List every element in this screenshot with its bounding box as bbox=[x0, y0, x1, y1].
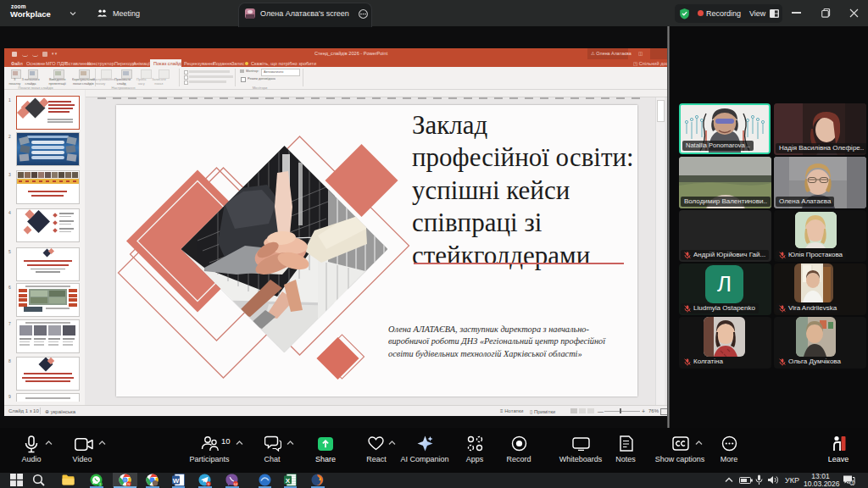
svg-text:3: 3 bbox=[851, 481, 854, 485]
svg-text:W: W bbox=[173, 477, 180, 485]
svg-text:X: X bbox=[286, 477, 291, 485]
svg-text:N: N bbox=[127, 482, 130, 486]
